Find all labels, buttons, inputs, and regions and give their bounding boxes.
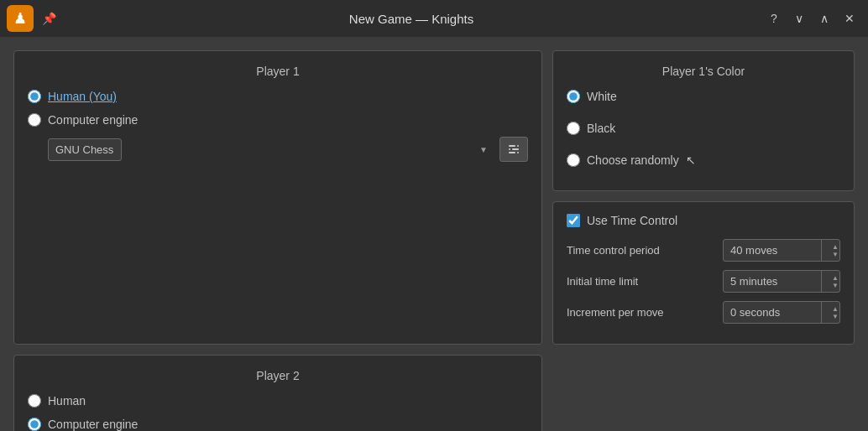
random-radio[interactable] <box>567 153 580 167</box>
pin-button[interactable]: 📌 <box>37 7 60 30</box>
color-options: White Black Choose randomly ↖ <box>567 90 840 177</box>
help-button[interactable]: ? <box>762 7 786 30</box>
player1-computer-label[interactable]: Computer engine <box>48 113 138 127</box>
player1-panel: Player 1 Human (You) Computer engine GNU… <box>13 50 542 345</box>
player2-computer-radio[interactable] <box>28 418 41 431</box>
player1-computer-row: Computer engine <box>28 113 528 127</box>
main-content: Player 1 Human (You) Computer engine GNU… <box>0 37 868 431</box>
white-radio[interactable] <box>567 90 580 103</box>
top-row: Player 1 Human (You) Computer engine GNU… <box>13 50 855 345</box>
player2-computer-row: Computer engine <box>28 418 528 431</box>
random-row: Choose randomly ↖ <box>567 153 840 167</box>
player1-human-row: Human (You) <box>28 90 528 103</box>
svg-rect-2 <box>509 148 510 150</box>
player1-title: Player 1 <box>28 65 528 78</box>
player1-human-label[interactable]: Human (You) <box>48 90 117 103</box>
player2-human-radio[interactable] <box>28 394 41 408</box>
black-row: Black <box>567 122 840 135</box>
svg-rect-0 <box>509 145 515 147</box>
close-button[interactable]: ✕ <box>838 7 861 30</box>
random-label[interactable]: Choose randomly <box>587 153 679 167</box>
window-title: New Game — Knights <box>60 12 762 26</box>
cursor-icon: ↖ <box>686 153 696 167</box>
initial-time-label: Initial time limit <box>567 275 716 288</box>
titlebar: ♟ 📌 New Game — Knights ? ∨ ∧ ✕ <box>0 0 868 37</box>
player2-title: Player 2 <box>28 369 528 382</box>
use-time-control-row: Use Time Control <box>567 214 840 227</box>
player1-config-button[interactable] <box>499 137 528 162</box>
color-panel: Player 1's Color White Black Choose rand… <box>552 50 855 191</box>
svg-rect-5 <box>517 152 519 153</box>
right-panels: Player 1's Color White Black Choose rand… <box>552 50 855 345</box>
player2-human-row: Human <box>28 394 528 408</box>
sliders-icon <box>507 143 520 156</box>
app-logo: ♟ <box>7 5 34 32</box>
player2-row: Player 2 Human Computer engine GNU Chess… <box>13 355 855 431</box>
increment-label: Increment per move <box>567 306 716 319</box>
maximize-button[interactable]: ∧ <box>813 7 836 30</box>
player1-engine-select-wrapper: GNU Chess Stockfish Crafty <box>48 138 494 161</box>
player1-engine-row: GNU Chess Stockfish Crafty <box>48 137 528 162</box>
time-period-row: Time control period 20 moves 40 moves 60… <box>567 239 840 262</box>
increment-row: Increment per move 0 seconds 1 second 2 … <box>567 301 840 324</box>
player2-human-label[interactable]: Human <box>48 394 86 408</box>
window-controls: ? ∨ ∧ ✕ <box>762 7 861 30</box>
player1-computer-radio[interactable] <box>28 113 41 127</box>
logo-icon: ♟ <box>13 9 27 28</box>
minimize-button[interactable]: ∨ <box>787 7 811 30</box>
black-label[interactable]: Black <box>587 122 615 135</box>
time-period-select[interactable]: 20 moves 40 moves 60 moves <box>723 239 840 262</box>
svg-rect-1 <box>517 145 519 147</box>
black-radio[interactable] <box>567 122 580 135</box>
color-panel-title: Player 1's Color <box>567 65 840 78</box>
svg-rect-3 <box>512 148 519 150</box>
use-time-checkbox[interactable] <box>567 214 580 227</box>
right-spacer <box>552 355 855 431</box>
use-time-label[interactable]: Use Time Control <box>587 214 677 227</box>
svg-rect-4 <box>509 152 515 153</box>
initial-time-select-wrapper: 1 minute 5 minutes 10 minutes 30 minutes… <box>723 270 840 293</box>
time-control-panel: Use Time Control Time control period 20 … <box>552 201 855 345</box>
player2-panel: Player 2 Human Computer engine GNU Chess… <box>13 355 542 431</box>
initial-time-row: Initial time limit 1 minute 5 minutes 10… <box>567 270 840 293</box>
time-period-select-wrapper: 20 moves 40 moves 60 moves ▲ ▼ <box>723 239 840 262</box>
white-label[interactable]: White <box>587 90 617 103</box>
time-period-label: Time control period <box>567 244 716 257</box>
initial-time-select[interactable]: 1 minute 5 minutes 10 minutes 30 minutes <box>723 270 840 293</box>
player1-engine-select[interactable]: GNU Chess Stockfish Crafty <box>48 138 122 161</box>
pin-icon: 📌 <box>42 12 56 25</box>
white-row: White <box>567 90 840 103</box>
player2-computer-label[interactable]: Computer engine <box>48 418 138 431</box>
increment-select[interactable]: 0 seconds 1 second 2 seconds 5 seconds <box>723 301 840 324</box>
increment-select-wrapper: 0 seconds 1 second 2 seconds 5 seconds ▲… <box>723 301 840 324</box>
player1-human-radio[interactable] <box>28 90 41 103</box>
